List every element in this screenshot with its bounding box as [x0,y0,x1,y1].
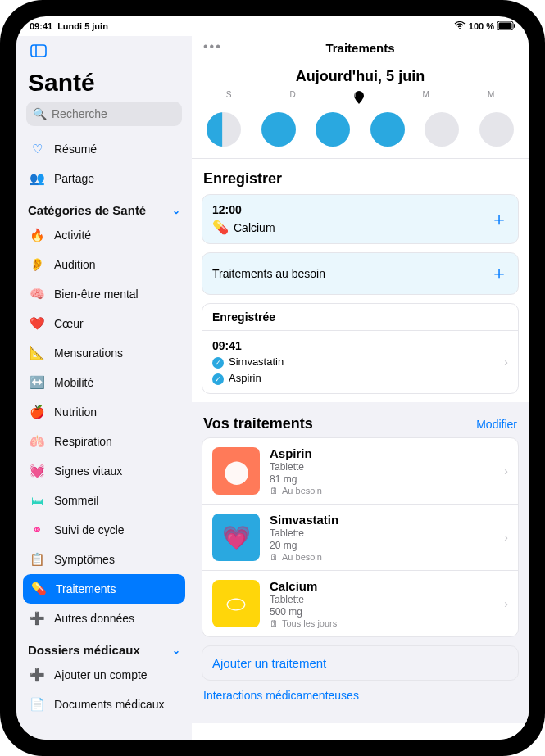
sidebar-item-ajouter-un-compte[interactable]: ➕Ajouter un compte [16,660,192,690]
chevron-right-icon: › [504,597,508,610]
status-time: 09:41 [30,21,52,31]
category-icon: ↔️ [28,373,46,392]
sidebar-item-audition[interactable]: 👂Audition [16,250,192,279]
status-bar: 09:41 Lundi 5 juin 100 % [16,16,529,36]
sidebar-item-label: Bien-être mental [54,287,139,301]
category-icon: ⚭ [28,521,46,539]
category-icon: 🛏 [28,491,46,509]
svg-rect-2 [499,22,512,29]
sidebar-item-suivi-de-cycle[interactable]: ⚭Suivi de cycle [16,515,192,545]
wifi-icon [454,21,466,31]
interactions-link[interactable]: Interactions médicamenteuses [192,689,529,707]
record-icon: 📄 [28,695,46,713]
sidebar-item-label: Partage [54,172,94,185]
med-row[interactable]: ⬤AspirinTablette81 mg🗓Au besoin› [202,438,518,504]
day-dot-done[interactable] [261,112,296,147]
calendar-icon: 🗓 [270,486,279,496]
meds-list: ⬤AspirinTablette81 mg🗓Au besoin›💗Simvast… [202,437,519,637]
day-dot-partial[interactable] [207,112,241,147]
logged-card[interactable]: Enregistrée 09:41 ✓Simvastatin ✓Aspirin … [202,303,519,394]
sidebar-item-label: Résumé [54,143,97,156]
add-med-button[interactable]: Ajouter un traitement [202,645,519,681]
sidebar-item-mensurations[interactable]: 📐Mensurations [16,338,192,368]
med-name: Calcium [270,579,494,593]
med-freq: 🗓Au besoin [270,552,494,562]
med-form: Tablette [270,527,494,539]
chevron-right-icon: › [504,464,508,478]
schedule-time: 12:00 [212,203,275,216]
content-pane: ••• Traitements Aujourd'hui, 5 juin SDLM… [192,36,529,740]
pill-icon: 💊 [212,220,229,235]
people-icon: 👥 [28,170,46,188]
sidebar-item-sympt-mes[interactable]: 📋Symptômes [16,545,192,574]
sidebar-item-signes-vitaux[interactable]: 💓Signes vitaux [16,456,192,486]
sidebar-item-respiration[interactable]: 🫁Respiration [16,427,192,456]
sidebar-item-bien-tre-mental[interactable]: 🧠Bien-être mental [16,279,192,309]
sidebar-section-categories[interactable]: Catégories de Santé ⌄ [16,193,192,220]
sidebar-item-documents-m-dicaux[interactable]: 📄Documents médicaux [16,690,192,719]
as-needed-card[interactable]: Traitements au besoin ＋ [202,252,519,295]
sidebar-item-traitements[interactable]: 💊Traitements [23,574,185,604]
heart-outline-icon: ♡ [28,140,46,158]
chevron-right-icon: › [504,355,508,369]
sidebar-item-summary[interactable]: ♡ Résumé [16,134,192,164]
add-log-button[interactable]: ＋ [490,207,508,232]
logged-med: Aspirin [229,372,261,384]
search-input[interactable] [52,107,192,120]
weekday-row: SDLMM [192,90,529,104]
med-row[interactable]: 💗SimvastatinTablette20 mg🗓Au besoin› [202,504,518,570]
category-icon: 💓 [28,462,46,480]
search-icon: 🔍 [33,107,47,120]
med-tile: 💗 [212,514,260,561]
log-header: Enregistrer [192,159,529,194]
day-dot-done[interactable] [370,112,405,147]
schedule-med: Calcium [234,221,275,234]
sidebar: Santé 🔍 🎙 ♡ Résumé 👥 Partage Catégories … [16,36,192,740]
today-marker: L [354,91,364,101]
sidebar-toggle-button[interactable] [26,39,51,62]
sidebar-item-label: Ajouter un compte [54,668,148,681]
sidebar-item-autres-donn-es[interactable]: ➕Autres données [16,604,192,633]
category-icon: 💊 [30,580,48,598]
category-icon: 🔥 [28,226,46,244]
med-name: Aspirin [270,446,494,460]
day-status-row[interactable] [192,104,529,159]
category-icon: ➕ [28,609,46,627]
date-heading: Aujourd'hui, 5 juin [192,68,529,85]
sidebar-item-c-ur[interactable]: ❤️Cœur [16,309,192,338]
edit-meds-button[interactable]: Modifier [476,418,517,431]
status-date: Lundi 5 juin [57,21,108,31]
med-tile: ⬭ [212,580,260,627]
schedule-card[interactable]: 12:00 💊 Calcium ＋ [202,194,519,244]
svg-rect-4 [31,45,46,57]
sidebar-item-label: Suivi de cycle [54,523,125,536]
med-row[interactable]: ⬭CalciumTablette500 mg🗓Tous les jours› [202,570,518,636]
battery-icon [497,21,515,32]
category-icon: 🫁 [28,432,46,450]
sidebar-item-label: Documents médicaux [54,698,165,711]
calendar-icon: 🗓 [270,618,279,628]
sidebar-section-records[interactable]: Dossiers médicaux ⌄ [16,633,192,660]
category-icon: 🧠 [28,285,46,303]
sidebar-item-sommeil[interactable]: 🛏Sommeil [16,486,192,515]
sidebar-item-label: Symptômes [54,553,115,566]
day-dot-done[interactable] [316,112,350,147]
med-form: Tablette [270,461,494,473]
day-dot-future[interactable] [425,112,459,147]
as-needed-label: Traitements au besoin [212,267,325,280]
add-as-needed-button[interactable]: ＋ [490,261,508,286]
category-icon: 🍎 [28,403,46,421]
sidebar-item-mobilit-[interactable]: ↔️Mobilité [16,368,192,397]
battery-label: 100 % [469,21,494,31]
sidebar-item-label: Traitements [56,582,116,595]
record-icon: ➕ [28,666,46,684]
sidebar-item-activit-[interactable]: 🔥Activité [16,220,192,250]
day-dot-future[interactable] [479,112,514,147]
sidebar-item-nutrition[interactable]: 🍎Nutrition [16,397,192,427]
med-dose: 81 mg [270,473,494,485]
sidebar-item-label: Autres données [54,612,134,625]
sidebar-item-sharing[interactable]: 👥 Partage [16,164,192,193]
category-icon: 👂 [28,256,46,274]
search-field[interactable]: 🔍 🎙 [26,102,182,126]
sidebar-item-label: Activité [54,229,91,242]
